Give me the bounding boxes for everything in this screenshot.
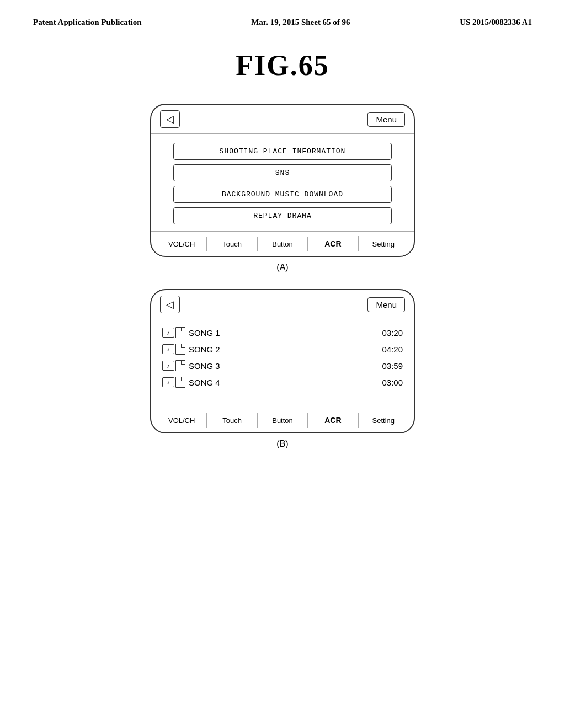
song-2-name: SONG 2 — [189, 345, 220, 354]
table-row: SONG 1 03:20 — [162, 327, 403, 338]
panel-a-setting-button[interactable]: Setting — [359, 237, 408, 251]
patent-right-label: US 2015/0082336 A1 — [460, 18, 532, 27]
panel-b-touch-button[interactable]: Touch — [207, 413, 257, 428]
panel-b-menu-button[interactable]: Menu — [367, 297, 405, 312]
music-icon — [162, 361, 174, 371]
panel-a-volch-button[interactable]: VOL/CH — [157, 237, 207, 251]
panel-a-touch-button[interactable]: Touch — [207, 237, 257, 251]
patent-center-label: Mar. 19, 2015 Sheet 65 of 96 — [251, 18, 350, 27]
panel-a-top-bar: ◁ Menu — [151, 105, 414, 134]
song-1-info: SONG 1 — [162, 327, 220, 338]
panel-a-menu-list: SHOOTING PLACE INFORMATION SNS BACKGROUN… — [151, 134, 414, 231]
menu-item-shooting[interactable]: SHOOTING PLACE INFORMATION — [173, 143, 392, 160]
menu-item-bgm[interactable]: BACKGROUND MUSIC DOWNLOAD — [173, 186, 392, 203]
doc-icon — [175, 360, 185, 371]
doc-icon — [175, 377, 185, 388]
panel-b-setting-button[interactable]: Setting — [359, 413, 408, 428]
panel-a-acr-button[interactable]: ACR — [308, 236, 358, 251]
menu-item-replay[interactable]: REPLAY DRAMA — [173, 207, 392, 224]
song-2-icons — [162, 344, 185, 355]
panel-a-back-button[interactable]: ◁ — [160, 110, 180, 128]
song-3-info: SONG 3 — [162, 360, 220, 371]
song-4-name: SONG 4 — [189, 378, 220, 387]
music-icon — [162, 377, 174, 387]
doc-icon — [175, 344, 185, 355]
music-icon — [162, 328, 174, 338]
song-4-info: SONG 4 — [162, 377, 220, 388]
song-4-icons — [162, 377, 185, 388]
panel-a-menu-button[interactable]: Menu — [367, 112, 405, 127]
panel-a-label: (A) — [0, 263, 565, 272]
song-2-time: 04:20 — [382, 345, 403, 354]
song-1-time: 03:20 — [382, 328, 403, 338]
panel-b-acr-button[interactable]: ACR — [308, 413, 358, 428]
panel-b-toolbar: VOL/CH Touch Button ACR Setting — [151, 408, 414, 432]
panel-a-device: ◁ Menu SHOOTING PLACE INFORMATION SNS BA… — [150, 104, 415, 257]
panel-b-label: (B) — [0, 439, 565, 449]
song-3-icons — [162, 360, 185, 371]
song-3-name: SONG 3 — [189, 361, 220, 371]
panel-b-song-list: SONG 1 03:20 SONG 2 04:20 SONG 3 — [151, 319, 414, 408]
fig-title: FIG.65 — [0, 49, 565, 82]
panel-b-button-button[interactable]: Button — [258, 413, 308, 428]
song-1-icons — [162, 327, 185, 338]
song-3-time: 03:59 — [382, 361, 403, 371]
song-2-info: SONG 2 — [162, 344, 220, 355]
menu-item-sns[interactable]: SNS — [173, 164, 392, 181]
patent-header: Patent Application Publication Mar. 19, … — [0, 0, 565, 33]
panel-b-top-bar: ◁ Menu — [151, 290, 414, 319]
panel-b-volch-button[interactable]: VOL/CH — [157, 413, 207, 428]
table-row: SONG 4 03:00 — [162, 377, 403, 388]
song-1-name: SONG 1 — [189, 328, 220, 338]
panel-b-back-button[interactable]: ◁ — [160, 296, 180, 313]
doc-icon — [175, 327, 185, 338]
panel-a-button-button[interactable]: Button — [258, 237, 308, 251]
song-4-time: 03:00 — [382, 378, 403, 387]
table-row: SONG 3 03:59 — [162, 360, 403, 371]
panel-a-toolbar: VOL/CH Touch Button ACR Setting — [151, 231, 414, 256]
patent-left-label: Patent Application Publication — [33, 18, 142, 27]
table-row: SONG 2 04:20 — [162, 344, 403, 355]
music-icon — [162, 344, 174, 354]
panel-b-device: ◁ Menu SONG 1 03:20 SONG 2 04:20 — [150, 289, 415, 433]
